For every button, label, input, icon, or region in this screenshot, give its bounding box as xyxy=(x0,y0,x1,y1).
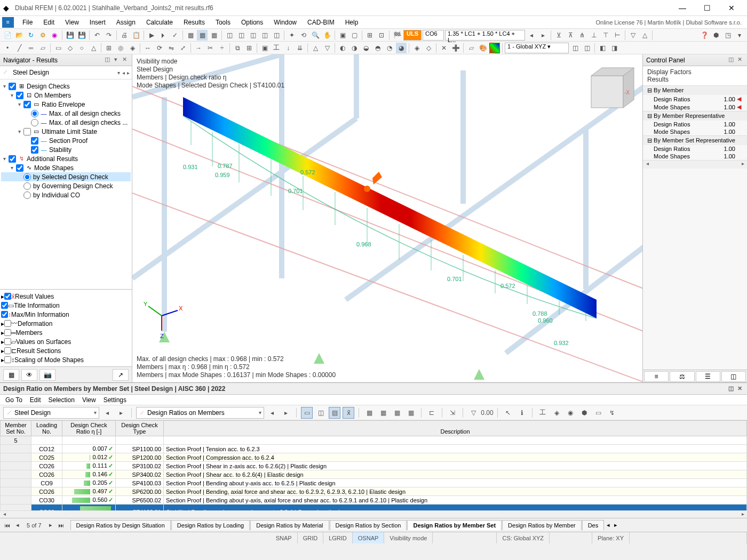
cs1-icon[interactable]: ◫ xyxy=(570,43,581,53)
tbl-s6-icon[interactable]: ↯ xyxy=(606,407,618,419)
chk[interactable] xyxy=(4,320,11,327)
tbl-t3-icon[interactable]: ▤ xyxy=(329,407,340,419)
table-row[interactable]: CO26 0.497✓ SP6200.00 Section Proof | Be… xyxy=(1,487,747,496)
tbl-t7-icon[interactable]: ▦ xyxy=(391,407,403,419)
cs2-icon[interactable]: ◫ xyxy=(582,43,592,53)
page-first-icon[interactable]: ⏮ xyxy=(2,522,12,529)
view6-icon[interactable]: ◕ xyxy=(396,43,407,53)
cp-tab2[interactable]: ⚖ xyxy=(670,371,694,382)
cp-tab3[interactable]: ☰ xyxy=(696,371,720,382)
col-icon[interactable] xyxy=(489,43,500,53)
rotate-icon[interactable]: ⟲ xyxy=(298,30,309,41)
sel4-icon[interactable]: △ xyxy=(88,43,99,53)
line-icon[interactable]: ╱ xyxy=(14,43,25,53)
table-row[interactable]: CO9 0.205✓ SP4100.03 Section Proof | Ben… xyxy=(1,479,747,487)
table-tab[interactable]: Des xyxy=(582,520,605,530)
tbl-t9-icon[interactable]: ⊏ xyxy=(426,407,438,419)
persp-icon[interactable]: ◇ xyxy=(423,43,434,53)
sel1-icon[interactable]: ▭ xyxy=(53,43,63,53)
other-icon[interactable]: ⊡ xyxy=(376,30,387,41)
rad[interactable] xyxy=(23,173,31,181)
navigator-combo[interactable]: ⟋ Steel Design ▾ ◂ ▸ xyxy=(0,66,132,79)
r8-icon[interactable]: △ xyxy=(639,30,650,41)
open-icon[interactable]: 📂 xyxy=(14,30,25,41)
rend-icon[interactable]: 🎨 xyxy=(478,43,488,53)
cpg3-dr[interactable]: Design Ratios1.00 xyxy=(643,145,747,153)
tree-additional[interactable]: ▾↯Additional Results xyxy=(1,154,131,163)
macro-icon[interactable]: ⚙ xyxy=(37,30,48,41)
panel1-icon[interactable]: ◫ xyxy=(224,30,235,41)
btree-title-info[interactable]: ▭Title Information xyxy=(1,301,131,310)
chk[interactable] xyxy=(4,347,11,354)
node-icon[interactable]: • xyxy=(2,43,13,53)
calc2-icon[interactable]: ⏵ xyxy=(158,30,169,41)
uls-badge[interactable]: ULS xyxy=(403,30,422,41)
chk[interactable] xyxy=(4,329,11,336)
member-icon[interactable]: ═ xyxy=(26,43,36,53)
pin-icon[interactable]: ◫ xyxy=(103,56,112,65)
viewport[interactable]: 0.931 0.959 0.787 0.572 0.701 0.968 0.70… xyxy=(132,54,642,382)
tree-ratio-envelope[interactable]: ▾▭Ratio Envelope xyxy=(1,100,131,109)
page-next-icon[interactable]: ▸ xyxy=(46,522,55,529)
rad[interactable] xyxy=(23,182,31,190)
menu-view[interactable]: View xyxy=(60,16,84,29)
tblmenu-goto[interactable]: Go To xyxy=(5,396,22,404)
page-last-icon[interactable]: ⏭ xyxy=(57,522,66,529)
mv-icon[interactable]: ↔ xyxy=(142,43,153,53)
tblmenu-sel[interactable]: Selection xyxy=(49,396,75,404)
menu-edit[interactable]: Edit xyxy=(38,16,60,29)
table-hscroll[interactable]: ◂▸ xyxy=(0,510,747,518)
chk[interactable] xyxy=(31,137,38,145)
next-co-icon[interactable]: ▸ xyxy=(538,30,549,41)
tbl-t6-icon[interactable]: ▦ xyxy=(377,407,389,419)
next-icon[interactable]: ▸ xyxy=(127,70,130,76)
cpg2-ms[interactable]: Mode Shapes1.00 xyxy=(643,128,747,135)
tree-section-proof[interactable]: —Section Proof xyxy=(1,136,131,145)
r6-icon[interactable]: ⊢ xyxy=(612,30,623,41)
menu-cadbim[interactable]: CAD-BIM xyxy=(302,16,340,29)
rad[interactable] xyxy=(23,191,31,199)
help-icon[interactable]: ❓ xyxy=(699,30,710,41)
surf-icon[interactable]: ▱ xyxy=(37,43,48,53)
status-snap[interactable]: SNAP xyxy=(271,532,298,543)
app-menu-icon[interactable]: ≡ xyxy=(2,17,14,28)
nav-b3[interactable]: 📷 xyxy=(39,369,55,381)
ext-icon[interactable]: → xyxy=(193,43,204,53)
tree-on-members[interactable]: ▾⊡On Members xyxy=(1,91,131,100)
chk[interactable] xyxy=(16,92,23,99)
tree-design-checks[interactable]: ▾⊞Design Checks xyxy=(1,82,131,91)
tree-max-all[interactable]: —Max. of all design checks xyxy=(1,109,131,118)
menu-results[interactable]: Results xyxy=(178,16,210,29)
r5-icon[interactable]: ⊤ xyxy=(600,30,611,41)
pin-icon[interactable]: ◫ xyxy=(727,385,735,392)
tbl-export-icon[interactable]: ⇲ xyxy=(447,407,458,419)
btree-result-values[interactable]: ▸x̄Result Values xyxy=(1,292,131,301)
view5-icon[interactable]: ◔ xyxy=(384,43,395,53)
view2-icon[interactable]: ◑ xyxy=(349,43,360,53)
table-row[interactable]: CO30 0.968✓ ST4100.01 Stability | Bendin… xyxy=(1,505,747,511)
library-icon[interactable]: ◉ xyxy=(49,30,60,41)
r4-icon[interactable]: ⊥ xyxy=(589,30,599,41)
tb-x-icon[interactable]: ✕ xyxy=(439,43,449,53)
scroll-left-icon[interactable]: ◂ xyxy=(643,161,651,169)
table-row[interactable]: CO12 0.007✓ SP1100.00 Section Proof | Te… xyxy=(1,445,747,453)
dd-icon[interactable]: ▾ xyxy=(112,56,120,65)
panel3-icon[interactable]: ◫ xyxy=(248,30,258,41)
table3-icon[interactable]: ▦ xyxy=(209,30,219,41)
tbl-prev2-icon[interactable]: ◂ xyxy=(266,407,278,419)
table-tab[interactable]: Design Ratios by Section xyxy=(330,520,407,530)
tbl-t2-icon[interactable]: ◫ xyxy=(315,407,327,419)
table-row[interactable]: CO26 0.146✓ SP3400.02 Section Proof | Sh… xyxy=(1,470,747,479)
close-icon[interactable]: ✕ xyxy=(120,56,129,65)
cpg2-hdr[interactable]: ⊟ By Member Representative xyxy=(643,111,747,121)
loadcombo[interactable]: 1.35 * LC1 + 1.50 * LC4 + L... xyxy=(445,30,525,41)
menu-help[interactable]: Help xyxy=(340,16,364,29)
global-xyz-combo[interactable]: 1 - Global XYZ ▾ xyxy=(505,43,569,53)
view4-icon[interactable]: ◓ xyxy=(372,43,383,53)
tbl-t1-icon[interactable]: ▭ xyxy=(301,407,313,419)
table-row[interactable]: CO26 0.111✓ SP3100.02 Section Proof | Sh… xyxy=(1,462,747,470)
btree-result-sections[interactable]: ▸⊏Result Sections xyxy=(1,346,131,355)
tblmenu-view[interactable]: View xyxy=(82,396,96,404)
cp-tab4[interactable]: ◫ xyxy=(721,371,746,382)
calc-icon[interactable]: ▶ xyxy=(146,30,157,41)
